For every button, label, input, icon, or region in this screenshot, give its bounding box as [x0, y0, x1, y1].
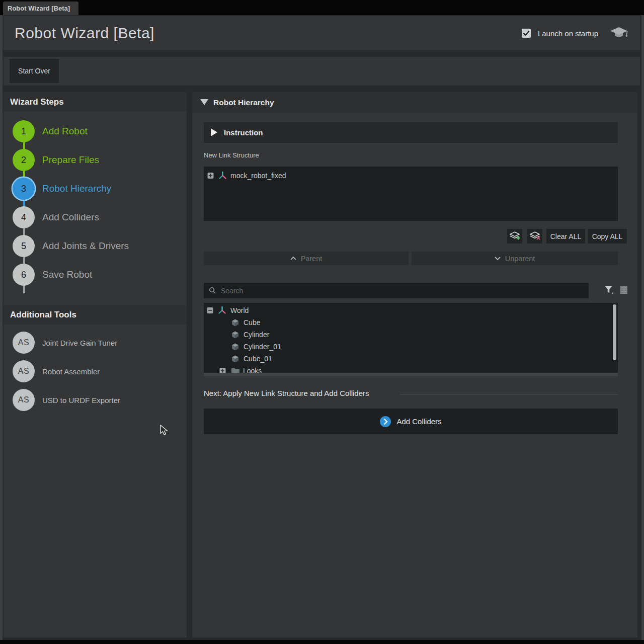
- search-icon: [209, 287, 216, 294]
- tool-badge-text: AS: [18, 395, 29, 405]
- search-input[interactable]: [204, 283, 589, 298]
- filter-funnel-icon[interactable]: [604, 285, 614, 295]
- wizard-steps-heading: Wizard Steps: [4, 92, 187, 112]
- new-link-structure-tree: mock_robot_fixed: [204, 167, 618, 221]
- instruction-collapsible[interactable]: Instruction: [204, 122, 618, 143]
- tree-row-cylinder[interactable]: Cylinder: [204, 329, 618, 341]
- cube-icon: [231, 355, 239, 363]
- step-1-label[interactable]: Add Robot: [42, 126, 88, 137]
- tool-joint-drive-gain-tuner[interactable]: Joint Drive Gain Tuner: [42, 339, 117, 347]
- toolbar: Start Over: [4, 57, 640, 86]
- tree-row-cube-01[interactable]: Cube_01: [204, 353, 618, 365]
- unparent-label: Unparent: [505, 255, 535, 263]
- tree-label[interactable]: Cube: [244, 318, 260, 327]
- window-left-edge: [0, 15, 3, 640]
- step-4-label[interactable]: Add Colliders: [42, 212, 99, 223]
- divider-line: [400, 394, 618, 394]
- next-section: Next: Apply New Link Structure and Add C…: [204, 389, 618, 398]
- step-6-circle[interactable]: 6: [13, 264, 35, 286]
- launch-on-startup-checkbox[interactable]: [522, 29, 531, 38]
- tool-usd-to-urdf-exporter[interactable]: USD to URDF Exporter: [42, 396, 120, 405]
- tool-badge-usd-to-urdf-exporter[interactable]: AS: [13, 389, 35, 411]
- copy-all-button[interactable]: Copy ALL: [588, 229, 627, 244]
- vertical-scrollbar[interactable]: [613, 304, 616, 360]
- clear-all-button[interactable]: Clear ALL: [546, 229, 585, 244]
- header-right-group: Launch on startup: [522, 16, 628, 50]
- page-title: Robot Wizard [Beta]: [15, 25, 154, 42]
- tree-label[interactable]: Cylinder: [244, 331, 269, 339]
- step-6-label[interactable]: Save Robot: [42, 269, 92, 280]
- list-options-icon[interactable]: [620, 286, 628, 294]
- unparent-button[interactable]: Unparent: [412, 252, 618, 265]
- step-3-circle[interactable]: 3: [13, 178, 35, 200]
- add-link-button[interactable]: [507, 229, 522, 244]
- tool-robot-assembler[interactable]: Robot Assembler: [42, 367, 100, 376]
- window-bottom-edge: [0, 640, 644, 644]
- tool-badge-text: AS: [18, 338, 29, 347]
- additional-tools-heading: Additional Tools: [4, 305, 187, 325]
- header: Robot Wizard [Beta] Launch on startup: [4, 16, 640, 50]
- tree-label[interactable]: World: [230, 306, 249, 314]
- copy-all-label: Copy ALL: [592, 232, 623, 240]
- step-5-circle[interactable]: 5: [13, 235, 35, 257]
- layers-remove-icon: [529, 231, 541, 242]
- graduation-cap-icon[interactable]: [610, 27, 628, 40]
- tree-label[interactable]: mock_robot_fixed: [230, 172, 286, 180]
- step-4-number: 4: [21, 212, 26, 223]
- cube-icon: [231, 343, 239, 351]
- chevron-down-icon: [495, 257, 501, 260]
- step-5-number: 5: [21, 241, 26, 252]
- collapse-triangle-icon[interactable]: [200, 99, 208, 105]
- step-1-circle[interactable]: 1: [13, 120, 35, 142]
- step-1-number: 1: [21, 126, 26, 137]
- step-2-number: 2: [21, 155, 26, 166]
- wizard-steps-panel: Wizard Steps 1 Add Robot 2 Prepare Files…: [4, 92, 187, 637]
- tab-bar: Robot Wizard [Beta]: [0, 0, 644, 15]
- checkmark-icon: [522, 29, 531, 38]
- tab-title: Robot Wizard [Beta]: [8, 5, 70, 12]
- tree-row-cylinder-01[interactable]: Cylinder_01: [204, 341, 618, 353]
- parent-button[interactable]: Parent: [204, 252, 409, 265]
- add-colliders-button[interactable]: Add Colliders: [204, 409, 618, 434]
- remove-link-button[interactable]: [527, 229, 542, 244]
- step-5-label[interactable]: Add Joints & Drivers: [42, 240, 129, 252]
- chevron-right-circle-icon: [380, 416, 391, 427]
- stage-tree: World Cube Cylinder Cylind: [204, 303, 618, 373]
- cube-icon: [231, 318, 239, 327]
- tree-row-world[interactable]: World: [204, 304, 618, 316]
- step-6-number: 6: [21, 270, 26, 280]
- xform-icon: [218, 172, 227, 180]
- tree-label[interactable]: Cylinder_01: [244, 343, 281, 351]
- tree-row-mock-robot-fixed[interactable]: mock_robot_fixed: [204, 170, 618, 182]
- step-2-label[interactable]: Prepare Files: [42, 154, 99, 166]
- tree-row-looks[interactable]: Looks: [204, 365, 618, 373]
- xform-icon: [218, 306, 226, 315]
- expand-triangle-icon[interactable]: [211, 128, 217, 136]
- step-3-label[interactable]: Robot Hierarchy: [42, 183, 111, 194]
- instruction-label: Instruction: [224, 122, 263, 143]
- start-over-label: Start Over: [18, 67, 50, 75]
- robot-hierarchy-header[interactable]: Robot Hierarchy: [192, 92, 637, 113]
- tool-badge-robot-assembler[interactable]: AS: [13, 360, 35, 382]
- window-right-edge: [641, 15, 644, 640]
- tab-robot-wizard[interactable]: Robot Wizard [Beta]: [3, 2, 78, 15]
- cube-icon: [231, 331, 239, 339]
- tool-badge-text: AS: [18, 367, 29, 376]
- step-2-circle[interactable]: 2: [13, 149, 35, 171]
- step-3-number: 3: [21, 184, 26, 194]
- tool-badge-joint-drive-gain-tuner[interactable]: AS: [13, 332, 35, 354]
- tree-label[interactable]: Cube_01: [244, 355, 272, 363]
- add-colliders-label: Add Colliders: [396, 417, 441, 426]
- launch-on-startup-label: Launch on startup: [538, 29, 598, 38]
- step-4-circle[interactable]: 4: [13, 206, 35, 228]
- collapse-minus-icon[interactable]: [207, 307, 213, 314]
- expand-plus-icon[interactable]: [219, 368, 226, 373]
- start-over-button[interactable]: Start Over: [10, 59, 59, 83]
- expand-plus-icon[interactable]: [207, 173, 214, 179]
- parent-label: Parent: [301, 255, 323, 263]
- horizontal-scrollbar[interactable]: [204, 373, 618, 376]
- tree-label[interactable]: Looks: [243, 367, 262, 373]
- reparent-row: Parent Unparent: [204, 252, 618, 265]
- tree-row-cube[interactable]: Cube: [204, 316, 618, 329]
- search-row: [204, 283, 618, 298]
